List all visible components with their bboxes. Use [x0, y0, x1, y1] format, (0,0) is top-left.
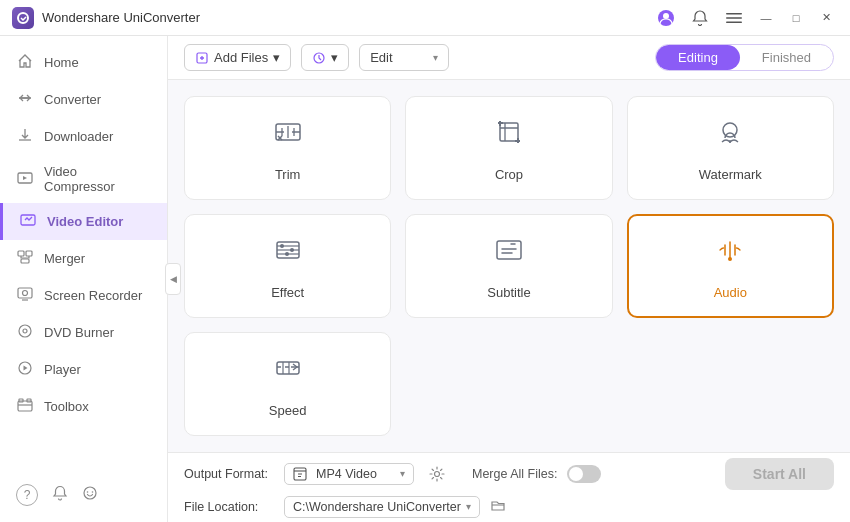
svg-point-47	[435, 471, 440, 476]
svg-rect-8	[18, 251, 24, 256]
speed-icon	[270, 350, 306, 393]
menu-icon[interactable]	[720, 4, 748, 32]
home-icon	[16, 53, 34, 72]
footer-bell-icon[interactable]	[52, 485, 68, 505]
output-format-label: Output Format:	[184, 467, 274, 481]
tool-subtitle[interactable]: Subtitle	[405, 214, 612, 318]
add-files-caret: ▾	[273, 50, 280, 65]
screen-recorder-icon	[16, 286, 34, 305]
add-files-label: Add Files	[214, 50, 268, 65]
close-button[interactable]: ✕	[814, 6, 838, 30]
tools-grid: Trim Crop	[168, 80, 850, 452]
svg-point-40	[285, 252, 289, 256]
editing-tabs: Editing Finished	[655, 44, 834, 71]
subtitle-icon	[491, 232, 527, 275]
svg-rect-3	[726, 13, 742, 15]
sidebar-item-video-compressor[interactable]: Video Compressor	[0, 155, 167, 203]
maximize-button[interactable]: □	[784, 6, 808, 30]
audio-label: Audio	[714, 285, 747, 300]
trim-icon	[270, 114, 306, 157]
help-icon[interactable]: ?	[16, 484, 38, 506]
toolbar: Add Files ▾ ▾ Edit ▾ Editing Finished	[168, 36, 850, 80]
output-format-select[interactable]: MP4 Video ▾	[284, 463, 414, 485]
svg-point-42	[728, 257, 732, 261]
svg-rect-9	[26, 251, 32, 256]
file-location-caret: ▾	[466, 501, 471, 512]
sidebar-item-toolbox[interactable]: Toolbox	[0, 388, 167, 425]
tool-trim[interactable]: Trim	[184, 96, 391, 200]
file-location-value: C:\Wondershare UniConverter	[293, 500, 461, 514]
main-layout: Home Converter Downloader Video Compress…	[0, 36, 850, 522]
tool-watermark[interactable]: Watermark	[627, 96, 834, 200]
svg-point-2	[663, 13, 669, 19]
tool-effect[interactable]: Effect	[184, 214, 391, 318]
svg-point-13	[19, 325, 31, 337]
sidebar-label-video-editor: Video Editor	[47, 214, 123, 229]
sidebar-item-converter[interactable]: Converter	[0, 81, 167, 118]
sidebar-label-player: Player	[44, 362, 81, 377]
downloader-icon	[16, 127, 34, 146]
sidebar-label-home: Home	[44, 55, 79, 70]
sidebar-item-screen-recorder[interactable]: Screen Recorder	[0, 277, 167, 314]
svg-rect-11	[18, 288, 32, 298]
add-from-caret: ▾	[331, 50, 338, 65]
svg-point-20	[87, 491, 89, 493]
sidebar-item-merger[interactable]: Merger	[0, 240, 167, 277]
tab-finished[interactable]: Finished	[740, 45, 833, 70]
user-avatar-icon[interactable]	[652, 4, 680, 32]
sidebar-item-home[interactable]: Home	[0, 44, 167, 81]
add-from-button[interactable]: ▾	[301, 44, 349, 71]
merge-all-label: Merge All Files:	[472, 467, 557, 481]
file-location-select[interactable]: C:\Wondershare UniConverter ▾	[284, 496, 480, 518]
svg-point-12	[23, 291, 28, 296]
subtitle-label: Subtitle	[487, 285, 530, 300]
output-format-value: MP4 Video	[316, 467, 377, 481]
edit-label: Edit	[370, 50, 392, 65]
svg-point-38	[280, 244, 284, 248]
start-all-button[interactable]: Start All	[725, 458, 834, 490]
audio-icon	[712, 232, 748, 275]
titlebar: Wondershare UniConverter — □ ✕	[0, 0, 850, 36]
app-title: Wondershare UniConverter	[42, 10, 200, 25]
content-area: Add Files ▾ ▾ Edit ▾ Editing Finished	[168, 36, 850, 522]
edit-dropdown[interactable]: Edit ▾	[359, 44, 449, 71]
file-location-browse-icon[interactable]	[490, 497, 506, 516]
dvd-burner-icon	[16, 323, 34, 342]
sidebar-item-downloader[interactable]: Downloader	[0, 118, 167, 155]
sidebar-label-downloader: Downloader	[44, 129, 113, 144]
notification-icon[interactable]	[686, 4, 714, 32]
merge-all-toggle[interactable]	[567, 465, 601, 483]
svg-rect-7	[21, 215, 35, 225]
trim-label: Trim	[275, 167, 301, 182]
svg-point-0	[18, 13, 28, 23]
sidebar-label-screen-recorder: Screen Recorder	[44, 288, 142, 303]
file-location-label: File Location:	[184, 500, 274, 514]
edit-caret: ▾	[433, 52, 438, 63]
svg-point-19	[84, 487, 96, 499]
player-icon	[16, 360, 34, 379]
add-files-button[interactable]: Add Files ▾	[184, 44, 291, 71]
sidebar-label-toolbox: Toolbox	[44, 399, 89, 414]
sidebar-collapse-button[interactable]: ◀	[165, 263, 181, 295]
footer-feedback-icon[interactable]	[82, 485, 98, 505]
effect-label: Effect	[271, 285, 304, 300]
sidebar-label-dvd-burner: DVD Burner	[44, 325, 114, 340]
tab-editing[interactable]: Editing	[656, 45, 740, 70]
sidebar-item-player[interactable]: Player	[0, 351, 167, 388]
sidebar-item-video-editor[interactable]: Video Editor	[0, 203, 167, 240]
tool-audio[interactable]: Audio	[627, 214, 834, 318]
svg-rect-27	[500, 123, 518, 141]
sidebar-item-dvd-burner[interactable]: DVD Burner	[0, 314, 167, 351]
tool-crop[interactable]: Crop	[405, 96, 612, 200]
format-settings-icon[interactable]	[424, 461, 450, 487]
titlebar-controls: — □ ✕	[652, 4, 838, 32]
titlebar-left: Wondershare UniConverter	[12, 7, 200, 29]
svg-point-14	[23, 329, 27, 333]
tool-speed[interactable]: Speed	[184, 332, 391, 436]
minimize-button[interactable]: —	[754, 6, 778, 30]
converter-icon	[16, 90, 34, 109]
svg-point-32	[723, 123, 737, 137]
sidebar: Home Converter Downloader Video Compress…	[0, 36, 168, 522]
watermark-label: Watermark	[699, 167, 762, 182]
bottom-bar: Output Format: MP4 Video ▾ Merge All Fil…	[168, 452, 850, 522]
